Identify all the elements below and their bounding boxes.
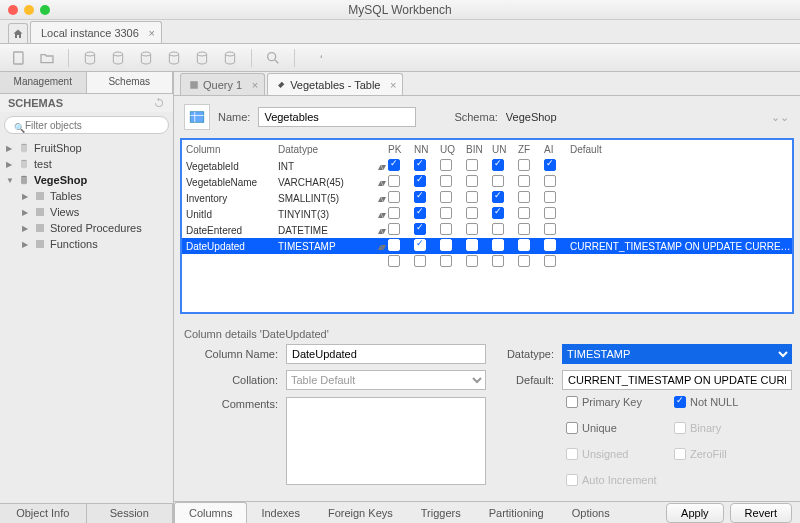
checkbox[interactable] xyxy=(466,239,478,251)
checkbox[interactable] xyxy=(414,207,426,219)
search-icon[interactable] xyxy=(264,49,282,67)
stepper-icon[interactable]: ▴▾ xyxy=(378,209,388,220)
checkbox[interactable] xyxy=(492,239,504,251)
bottom-tab-options[interactable]: Options xyxy=(558,503,624,523)
bottom-tab-indexes[interactable]: Indexes xyxy=(247,503,314,523)
checkbox[interactable] xyxy=(440,207,452,219)
colname-input[interactable] xyxy=(286,344,486,364)
db-icon-6[interactable] xyxy=(221,49,239,67)
checkbox[interactable] xyxy=(544,175,556,187)
close-icon[interactable]: × xyxy=(252,79,258,91)
checkbox[interactable] xyxy=(544,223,556,235)
checkbox[interactable] xyxy=(388,159,400,171)
checkbox[interactable] xyxy=(544,207,556,219)
close-icon[interactable]: × xyxy=(390,79,396,91)
collation-select[interactable]: Table Default xyxy=(286,370,486,390)
checkbox[interactable] xyxy=(492,191,504,203)
checkbox[interactable] xyxy=(414,223,426,235)
placeholder-row[interactable] xyxy=(182,254,792,270)
column-row[interactable]: DateUpdatedTIMESTAMP▴▾CURRENT_TIMESTAMP … xyxy=(182,238,792,254)
columns-grid[interactable]: ColumnDatatype PKNNUQ BINUNZF AIDefault … xyxy=(180,138,794,314)
column-row[interactable]: UnitIdTINYINT(3)▴▾ xyxy=(182,206,792,222)
checkbox[interactable] xyxy=(414,159,426,171)
checkbox[interactable] xyxy=(466,223,478,235)
expand-collapse-icon[interactable]: ⌄⌄ xyxy=(770,107,790,127)
checkbox[interactable] xyxy=(414,191,426,203)
table-name-input[interactable] xyxy=(258,107,416,127)
stepper-icon[interactable]: ▴▾ xyxy=(378,161,388,172)
checkbox[interactable] xyxy=(518,175,530,187)
checkbox[interactable] xyxy=(518,191,530,203)
chk-bin[interactable]: Binary xyxy=(674,422,768,434)
db-icon-2[interactable] xyxy=(109,49,127,67)
checkbox[interactable] xyxy=(466,207,478,219)
checkbox[interactable] xyxy=(440,191,452,203)
checkbox[interactable] xyxy=(440,239,452,251)
checkbox[interactable] xyxy=(518,207,530,219)
schema-item-fruitshop[interactable]: ▶FruitShop xyxy=(0,140,173,156)
checkbox[interactable] xyxy=(492,175,504,187)
open-sql-icon[interactable] xyxy=(38,49,56,67)
chk-ai[interactable]: Auto Increment xyxy=(566,474,660,486)
tool-icon[interactable] xyxy=(307,49,325,67)
checkbox[interactable] xyxy=(440,223,452,235)
stepper-icon[interactable]: ▴▾ xyxy=(378,225,388,236)
tab-object-info[interactable]: Object Info xyxy=(0,504,87,523)
checkbox[interactable] xyxy=(544,191,556,203)
chk-pk[interactable]: Primary Key xyxy=(566,396,660,408)
connection-tab[interactable]: Local instance 3306 × xyxy=(30,21,162,43)
checkbox[interactable] xyxy=(388,223,400,235)
checkbox[interactable] xyxy=(518,223,530,235)
column-row[interactable]: VegetableIdINT▴▾ xyxy=(182,158,792,174)
tab-schemas[interactable]: Schemas xyxy=(87,72,174,93)
chk-uq[interactable]: Unique xyxy=(566,422,660,434)
checkbox[interactable] xyxy=(414,239,426,251)
close-icon[interactable]: × xyxy=(148,27,154,39)
editor-tab-query[interactable]: Query 1× xyxy=(180,73,265,95)
chk-zf[interactable]: ZeroFill xyxy=(674,448,768,460)
column-row[interactable]: VegetableNameVARCHAR(45)▴▾ xyxy=(182,174,792,190)
checkbox[interactable] xyxy=(440,175,452,187)
tab-management[interactable]: Management xyxy=(0,72,87,93)
schema-item-test[interactable]: ▶test xyxy=(0,156,173,172)
checkbox[interactable] xyxy=(518,239,530,251)
bottom-tab-columns[interactable]: Columns xyxy=(174,502,247,523)
default-input[interactable] xyxy=(562,370,792,390)
checkbox[interactable] xyxy=(466,191,478,203)
checkbox[interactable] xyxy=(440,159,452,171)
refresh-icon[interactable] xyxy=(153,97,165,109)
tree-functions[interactable]: ▶Functions xyxy=(0,236,173,252)
tree-views[interactable]: ▶Views xyxy=(0,204,173,220)
checkbox[interactable] xyxy=(492,223,504,235)
checkbox[interactable] xyxy=(388,191,400,203)
db-icon-5[interactable] xyxy=(193,49,211,67)
filter-input[interactable] xyxy=(4,116,169,134)
revert-button[interactable]: Revert xyxy=(730,503,792,523)
tab-session[interactable]: Session xyxy=(87,504,174,523)
bottom-tab-fk[interactable]: Foreign Keys xyxy=(314,503,407,523)
checkbox[interactable] xyxy=(466,175,478,187)
column-row[interactable]: DateEnteredDATETIME▴▾ xyxy=(182,222,792,238)
checkbox[interactable] xyxy=(544,239,556,251)
db-icon-3[interactable] xyxy=(137,49,155,67)
chk-un[interactable]: Unsigned xyxy=(566,448,660,460)
checkbox[interactable] xyxy=(388,207,400,219)
home-tab[interactable] xyxy=(8,23,28,43)
checkbox[interactable] xyxy=(388,175,400,187)
checkbox[interactable] xyxy=(492,207,504,219)
datatype-select[interactable]: TIMESTAMP xyxy=(562,344,792,364)
chk-nn[interactable]: Not NULL xyxy=(674,396,768,408)
tree-stored-procedures[interactable]: ▶Stored Procedures xyxy=(0,220,173,236)
checkbox[interactable] xyxy=(388,239,400,251)
stepper-icon[interactable]: ▴▾ xyxy=(378,241,388,252)
column-row[interactable]: InventorySMALLINT(5)▴▾ xyxy=(182,190,792,206)
tree-tables[interactable]: ▶Tables xyxy=(0,188,173,204)
new-sql-icon[interactable] xyxy=(10,49,28,67)
checkbox[interactable] xyxy=(544,159,556,171)
schema-item-vegeshop[interactable]: ▼VegeShop xyxy=(0,172,173,188)
checkbox[interactable] xyxy=(466,159,478,171)
comments-textarea[interactable] xyxy=(286,397,486,485)
db-icon[interactable] xyxy=(81,49,99,67)
checkbox[interactable] xyxy=(518,159,530,171)
checkbox[interactable] xyxy=(492,159,504,171)
